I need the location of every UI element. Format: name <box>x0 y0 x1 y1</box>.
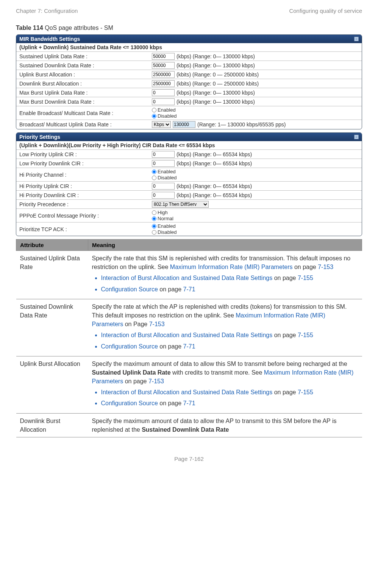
sustained-uplink-input[interactable] <box>152 53 175 60</box>
normal-radio[interactable] <box>152 216 156 221</box>
attr-meaning: Specify the rate at which the AP is repl… <box>88 299 362 356</box>
link-page[interactable]: 7-71 <box>183 286 195 292</box>
setting-row: Low Priority Downlink CIR : (kbps) (Rang… <box>16 159 362 168</box>
low-uplink-cir-input[interactable] <box>152 151 175 158</box>
setting-hint: (kbps) (Range: 0— 130000 kbps) <box>177 62 255 68</box>
list-item: Interaction of Burst Allocation and Sust… <box>101 388 358 397</box>
setting-row: Sustained Downlink Data Rate : (kbps) (R… <box>16 61 362 70</box>
panel-header: MIR Bandwidth Settings − <box>16 35 362 43</box>
link-page[interactable]: 7-71 <box>183 400 195 406</box>
downlink-burst-input[interactable] <box>152 80 175 87</box>
setting-label: Max Burst Downlink Data Rate : <box>19 99 152 105</box>
hi-downlink-cir-input[interactable] <box>152 192 175 199</box>
link-page[interactable]: 7-153 <box>149 321 165 327</box>
attribute-table: Attribute Meaning Sustained Uplink Data … <box>16 239 362 437</box>
link-page[interactable]: 7-155 <box>298 275 313 281</box>
attr-name: Uplink Burst Allocation <box>16 356 88 413</box>
setting-hint: (kbps) (Range: 0— 130000 kbps) <box>177 53 255 59</box>
hi-uplink-cir-input[interactable] <box>152 183 175 190</box>
attr-name: Sustained Uplink Data Rate <box>16 251 88 299</box>
setting-row: PPPoE Control Message Priority : High No… <box>16 209 362 222</box>
mir-bandwidth-panel: MIR Bandwidth Settings − (Uplink + Downl… <box>16 34 362 129</box>
table-caption: Table 114 QoS page attributes - SM <box>16 25 362 31</box>
link-interaction[interactable]: Interaction of Burst Allocation and Sust… <box>101 389 273 395</box>
table-row: Sustained Downlink Data Rate Specify the… <box>16 299 362 356</box>
setting-label: Priority Precedence : <box>19 201 152 207</box>
link-page[interactable]: 7-153 <box>318 264 333 270</box>
attr-meaning: Specify the rate that this SM is repleni… <box>88 251 362 299</box>
panel-title: MIR Bandwidth Settings <box>19 36 80 42</box>
setting-row: Sustained Uplink Data Rate : (kbps) (Ran… <box>16 52 362 61</box>
setting-row: Uplink Burst Allocation : (kbits) (Range… <box>16 70 362 79</box>
caption-rest: QoS page attributes - SM <box>43 25 113 31</box>
attr-name: Sustained Downlink Data Rate <box>16 299 88 356</box>
setting-label: Low Priority Downlink CIR : <box>19 160 152 166</box>
link-config-source[interactable]: Configuration Source <box>101 400 158 406</box>
setting-label: Hi Priority Channel : <box>19 172 152 178</box>
pppoe-priority-radios: High Normal <box>152 210 173 221</box>
link-page[interactable]: 7-155 <box>298 332 313 338</box>
page-footer: Page 7-162 <box>16 456 362 462</box>
attr-meaning: Specify the maximum amount of data to al… <box>88 356 362 413</box>
bold-text: Sustained Downlink Data Rate <box>142 426 229 433</box>
col-attribute: Attribute <box>16 240 88 251</box>
enabled-radio[interactable] <box>152 108 156 112</box>
disabled-radio[interactable] <box>152 230 156 235</box>
link-interaction[interactable]: Interaction of Burst Allocation and Sust… <box>101 275 273 281</box>
disabled-radio[interactable] <box>152 114 156 118</box>
hi-priority-channel-radios: Enabled Disabled <box>152 169 177 180</box>
panel-subheader: (Uplink + Downlink)(Low Priority + High … <box>16 141 362 150</box>
link-interaction[interactable]: Interaction of Burst Allocation and Sust… <box>101 332 273 338</box>
sustained-downlink-input[interactable] <box>152 62 175 69</box>
setting-row: Max Burst Downlink Data Rate : (kbps) (R… <box>16 97 362 106</box>
broadcast-unit-select[interactable]: Kbps <box>152 121 171 128</box>
enabled-radio[interactable] <box>152 224 156 229</box>
link-config-source[interactable]: Configuration Source <box>101 286 158 292</box>
setting-hint: (kbps) (Range: 0— 130000 kbps) <box>177 90 255 96</box>
setting-row: Downlink Burst Allocation : (kbits) (Ran… <box>16 79 362 88</box>
setting-hint: (kbps) (Range: 0— 65534 kbps) <box>177 192 252 198</box>
priority-settings-panel: Priority Settings − (Uplink + Downlink)(… <box>16 132 362 236</box>
setting-label: Max Burst Uplink Data Rate : <box>19 90 152 96</box>
attr-name: Downlink Burst Allocation <box>16 413 88 437</box>
list-item: Interaction of Burst Allocation and Sust… <box>101 274 358 282</box>
setting-hint: (kbits) (Range: 0 — 2500000 kbits) <box>177 81 259 87</box>
setting-label: Hi Priority Downlink CIR : <box>19 192 152 198</box>
enable-broadcast-radios: Enabled Disabled <box>152 107 177 119</box>
setting-hint: (Range: 1— 130000 kbps/65535 pps) <box>197 121 286 128</box>
panel-header: Priority Settings − <box>16 133 362 141</box>
link-page[interactable]: 7-71 <box>183 343 195 350</box>
setting-label: Uplink Burst Allocation : <box>19 72 152 78</box>
panel-subheader: (Uplink + Downlink) Sustained Data Rate … <box>16 43 362 52</box>
setting-label: PPPoE Control Message Priority : <box>19 213 152 219</box>
link-mir-params[interactable]: Maximum Information Rate (MIR) Parameter… <box>170 264 293 270</box>
setting-row: Enable Broadcast/ Multicast Data Rate : … <box>16 106 362 120</box>
uplink-burst-input[interactable] <box>152 71 175 78</box>
list-item: Interaction of Burst Allocation and Sust… <box>101 331 358 339</box>
setting-hint: (kbps) (Range: 0— 65534 kbps) <box>177 151 252 157</box>
collapse-icon[interactable]: − <box>354 135 359 139</box>
setting-label: Sustained Uplink Data Rate : <box>19 53 152 59</box>
setting-row: Hi Priority Uplink CIR : (kbps) (Range: … <box>16 182 362 191</box>
list-item: Configuration Source on page 7-71 <box>101 399 358 408</box>
link-page[interactable]: 7-155 <box>298 389 313 395</box>
collapse-icon[interactable]: − <box>354 37 359 41</box>
page-header: Chapter 7: Configuration Configuring qua… <box>16 8 362 14</box>
table-row: Downlink Burst Allocation Specify the ma… <box>16 413 362 437</box>
priority-precedence-select[interactable]: 802.1p Then DiffServ <box>152 201 209 208</box>
setting-label: Broadcast/ Multicast Uplink Data Rate : <box>19 121 152 128</box>
enabled-radio[interactable] <box>152 170 156 174</box>
broadcast-rate-input[interactable] <box>173 121 195 128</box>
setting-row: Max Burst Uplink Data Rate : (kbps) (Ran… <box>16 88 362 97</box>
max-burst-downlink-input[interactable] <box>152 98 175 105</box>
max-burst-uplink-input[interactable] <box>152 89 175 96</box>
link-config-source[interactable]: Configuration Source <box>101 343 158 350</box>
disabled-radio[interactable] <box>152 176 156 180</box>
header-right: Configuring quality of service <box>289 8 362 14</box>
setting-label: Enable Broadcast/ Multicast Data Rate : <box>19 110 152 116</box>
link-page[interactable]: 7-153 <box>148 378 164 384</box>
setting-hint: (kbps) (Range: 0— 130000 kbps) <box>177 99 255 105</box>
high-radio[interactable] <box>152 210 156 215</box>
col-meaning: Meaning <box>88 240 362 251</box>
low-downlink-cir-input[interactable] <box>152 160 175 167</box>
